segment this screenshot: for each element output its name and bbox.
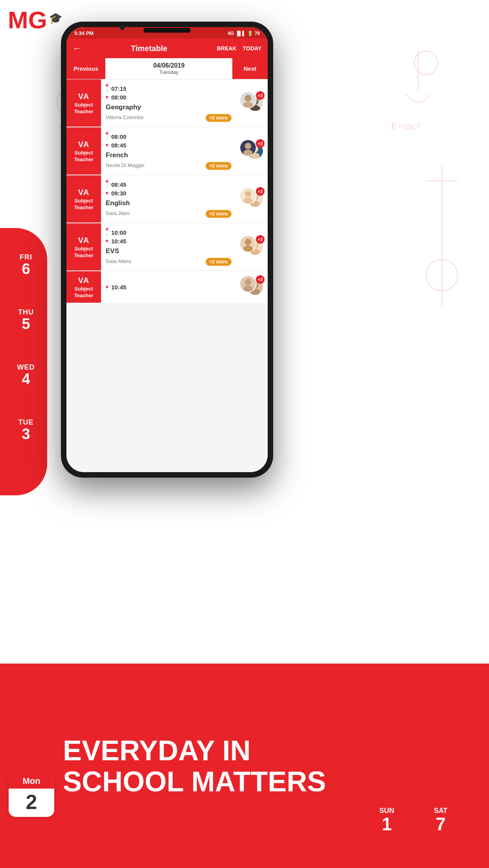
item-avatars: +2 <box>236 175 268 223</box>
svg-point-27 <box>245 239 251 245</box>
item-class-label: VA Subject Teacher <box>66 271 101 303</box>
phone-device: 5:34 PM 4G ▐▌▌ 🔋 79 ← Timetable BREAK TO… <box>61 22 273 478</box>
logo-text: MG <box>8 8 47 32</box>
bottom-tagline: EVERYDAY IN SCHOOL MATTERS <box>63 735 326 797</box>
item-class-label: VA Subject Teacher <box>66 127 101 175</box>
subject-name: English <box>106 199 232 207</box>
time-end-row: 08:45 <box>106 142 232 149</box>
time-start-row: 08:45 <box>106 180 232 189</box>
item-avatars: +2 <box>236 223 268 270</box>
more-badge[interactable]: +2 more <box>206 114 232 122</box>
day-badge-tue: TUE 3 <box>7 411 45 449</box>
svg-point-15 <box>245 143 251 149</box>
item-avatars: +2 <box>236 271 268 303</box>
avatar-count: +2 <box>256 91 265 100</box>
item-details: 10:00 10:45 EVS Gaia Altera +2 more <box>101 223 236 270</box>
table-row[interactable]: VA Subject Teacher 10:45 <box>66 271 268 303</box>
today-button[interactable]: TODAY <box>243 45 261 51</box>
status-icons: 4G ▐▌▌ 🔋 79 <box>228 31 260 36</box>
break-button[interactable]: BREAK <box>217 45 237 51</box>
table-row[interactable]: VA Subject Teacher <box>66 79 268 127</box>
avatar <box>239 235 257 252</box>
time-end: 08:45 <box>111 142 126 149</box>
battery-icon: 🔋 <box>247 31 253 36</box>
logo-cap: 🎓 <box>49 12 63 25</box>
avatar <box>239 187 257 204</box>
avatar-count: +2 <box>256 187 265 196</box>
phone-speaker <box>143 28 191 33</box>
time-end-row: 10:45 <box>106 238 232 245</box>
time-start: 10:00 <box>111 229 126 236</box>
item-class-label: VA Subject Teacher <box>66 175 101 223</box>
day-badge-thu: THU 5 <box>7 301 45 338</box>
time-end-row: 09:30 <box>106 190 232 197</box>
day-badge-fri: FRI 6 <box>7 246 45 283</box>
teacher-name: Nicole Di Maggio <box>106 162 144 168</box>
phone-camera <box>120 26 125 30</box>
time-start-row: 08:00 <box>106 132 232 141</box>
time-start: 08:45 <box>111 181 126 188</box>
teacher-name: Sara Jilani <box>106 210 130 216</box>
time-start: 10:45 <box>111 284 126 291</box>
time-start: 07:15 <box>111 85 126 92</box>
app-screen: 5:34 PM 4G ▐▌▌ 🔋 79 ← Timetable BREAK TO… <box>66 27 268 472</box>
prev-button[interactable]: Previous <box>66 58 105 79</box>
more-badge[interactable]: +2 more <box>206 162 232 170</box>
svg-point-33 <box>245 279 251 285</box>
time-start-row: 07:15 <box>106 84 232 93</box>
avatar <box>239 91 257 108</box>
time-start-row: 10:45 <box>106 284 232 291</box>
time-end: 10:45 <box>111 238 126 245</box>
item-avatars: +2 <box>236 79 268 127</box>
avatar-count: +2 <box>256 139 265 148</box>
time-end: 09:30 <box>111 190 126 197</box>
time-end-row: 08:00 <box>106 94 232 101</box>
current-day: Tuesday <box>109 69 228 75</box>
item-details: 08:45 09:30 English Sara Jilani +2 m <box>101 175 236 223</box>
avatar-count: +2 <box>256 235 265 244</box>
app-bar: ← Timetable BREAK TODAY <box>66 39 268 58</box>
item-details: 10:45 <box>101 271 236 303</box>
back-button[interactable]: ← <box>73 43 81 53</box>
more-badge[interactable]: +2 more <box>206 210 232 218</box>
time-end: 08:00 <box>111 94 126 101</box>
timetable-list: VA Subject Teacher <box>66 79 268 472</box>
subject-name: Geography <box>106 103 232 111</box>
more-badge[interactable]: +2 more <box>206 258 232 266</box>
avatar-count: +2 <box>256 275 265 284</box>
item-class-label: VA Subject Teacher <box>66 223 101 270</box>
day-badge-sat: SAT 7 <box>419 798 462 841</box>
phone-shell: 5:34 PM 4G ▐▌▌ 🔋 79 ← Timetable BREAK TO… <box>61 22 273 478</box>
day-badge-wed: WED 4 <box>7 356 45 394</box>
avatar <box>239 275 257 292</box>
teacher-name: Gaia Altera <box>106 258 131 264</box>
item-avatars: +2 <box>236 127 268 175</box>
app-title: Timetable <box>131 44 167 53</box>
doodle-right-mid <box>410 157 473 314</box>
avatar <box>239 139 257 156</box>
time-start-row: 10:00 <box>106 228 232 237</box>
svg-point-10 <box>245 95 251 101</box>
table-row[interactable]: VA Subject Teacher <box>66 223 268 270</box>
teacher-name: Vittoria Colombo <box>106 114 143 120</box>
day-badge-sun: SUN 1 <box>365 798 408 841</box>
date-display: 04/06/2019 Tuesday <box>105 58 232 79</box>
item-class-label: VA Subject Teacher <box>66 79 101 127</box>
battery-percent: 79 <box>255 31 260 36</box>
doodle-top-right: E=mc² <box>379 31 458 149</box>
table-row[interactable]: VA Subject Teacher <box>66 175 268 223</box>
signal-icon: 4G <box>228 31 234 36</box>
time-start: 08:00 <box>111 133 126 140</box>
next-button[interactable]: Next <box>232 58 268 79</box>
subject-name: EVS <box>106 247 232 255</box>
wifi-icon: ▐▌▌ <box>235 31 246 36</box>
status-time: 5:34 PM <box>74 30 94 36</box>
app-logo: MG 🎓 <box>8 8 63 32</box>
item-details: 07:15 08:00 Geography <box>101 79 236 127</box>
day-badge-mon: Mon 2 <box>9 774 54 817</box>
phone-screen-area: 5:34 PM 4G ▐▌▌ 🔋 79 ← Timetable BREAK TO… <box>66 27 268 472</box>
table-row[interactable]: VA Subject Teacher <box>66 127 268 175</box>
date-navigation: Previous 04/06/2019 Tuesday Next <box>66 58 268 79</box>
item-details: 08:00 08:45 French Nicole Di Maggio <box>101 127 236 175</box>
svg-point-9 <box>243 102 253 108</box>
